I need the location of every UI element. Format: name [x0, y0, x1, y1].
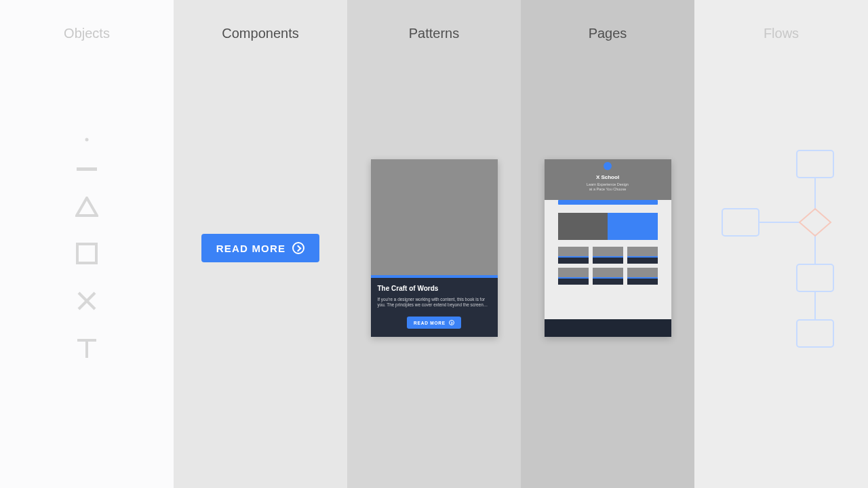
page-hero-line1: Learn Experience Design [545, 182, 671, 187]
page-hero-title: X School [545, 174, 671, 180]
svg-rect-3 [77, 244, 96, 263]
tee-icon [76, 338, 98, 359]
chevron-right-circle-icon [449, 320, 454, 325]
square-icon [76, 243, 98, 264]
column-title-patterns: Patterns [347, 26, 521, 41]
svg-point-0 [85, 138, 89, 141]
column-title-objects: Objects [0, 26, 174, 41]
flow-decision-icon [800, 209, 831, 236]
column-flows: Flows [694, 0, 868, 488]
page-thumb [627, 247, 658, 264]
page-mockup: X School Learn Experience Design at a Pa… [545, 159, 671, 337]
svg-rect-15 [797, 320, 833, 347]
page-body [545, 200, 671, 319]
page-thumb-grid [558, 247, 658, 285]
read-more-button[interactable]: READ MORE [201, 234, 319, 262]
pattern-card: The Craft of Words If you're a designer … [371, 159, 498, 337]
card-text-block: The Craft of Words If you're a designer … [371, 278, 498, 337]
card-image-placeholder [371, 159, 498, 275]
svg-rect-12 [797, 150, 833, 178]
triangle-icon [75, 197, 98, 217]
page-feature-image [558, 213, 608, 240]
column-title-flows: Flows [694, 26, 868, 41]
page-thumb [558, 247, 589, 264]
page-logo-dot [604, 162, 612, 170]
page-thumb [627, 268, 658, 285]
svg-rect-13 [722, 209, 759, 236]
column-pages: Pages X School Learn Experience Design a… [521, 0, 694, 488]
flowchart [717, 146, 846, 350]
page-thumb [593, 268, 623, 285]
svg-rect-1 [77, 167, 97, 171]
card-read-more-label: READ MORE [414, 321, 446, 325]
column-title-components: Components [174, 26, 347, 41]
card-title: The Craft of Words [378, 285, 491, 292]
page-hero-line2: at a Pace You Choose [545, 187, 671, 192]
page-hero: X School Learn Experience Design at a Pa… [545, 159, 671, 200]
card-read-more-button[interactable]: READ MORE [407, 317, 461, 329]
objects-glyph-stack [75, 138, 98, 359]
page-feature-accent [608, 213, 658, 240]
column-components: Components READ MORE [174, 0, 347, 488]
diagram-stage: Objects Components READ MORE Patterns [0, 0, 868, 488]
svg-rect-14 [797, 264, 833, 291]
page-cta-bar [558, 200, 658, 205]
cross-icon [76, 290, 98, 312]
column-objects: Objects [0, 0, 174, 488]
page-feature-row [558, 213, 658, 240]
page-thumb [558, 268, 589, 285]
column-patterns: Patterns The Craft of Words If you're a … [347, 0, 521, 488]
column-title-pages: Pages [521, 26, 694, 41]
card-description: If you're a designer working with conten… [378, 297, 491, 308]
svg-marker-2 [77, 198, 97, 216]
dot-icon [78, 138, 96, 142]
read-more-button-label: READ MORE [216, 243, 285, 254]
line-icon [77, 167, 97, 171]
page-thumb [593, 247, 623, 264]
flowchart-svg [717, 146, 846, 350]
chevron-right-circle-icon [292, 242, 304, 254]
page-footer [545, 319, 671, 337]
